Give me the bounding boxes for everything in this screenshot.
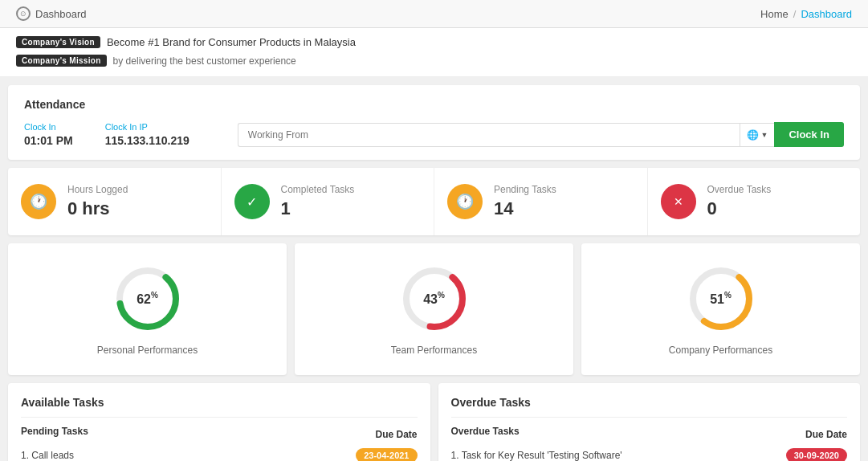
pending-label: Pending Tasks [494,184,556,195]
stat-hours-logged: 🕐 Hours Logged 0 hrs [8,168,222,235]
clock-in-label: Clock In [24,122,73,132]
working-from-input[interactable] [238,123,740,147]
pending-count: 14 [494,198,556,219]
working-from-section: 🌐 ▼ Clock In [238,122,844,147]
task-row: 1. Call leads 23-04-2021 [21,448,418,461]
stats-section: 🕐 Hours Logged 0 hrs ✓ Completed Tasks 1… [8,168,860,235]
task-row: 1. Task for Key Result 'Testing Software… [451,448,848,461]
clock-in-value: 01:01 PM [24,134,73,147]
due-date-label-available: Due Date [375,429,417,440]
personal-percent: 62% [137,291,158,306]
attendance-section: Attendance Clock In 01:01 PM Clock In IP… [8,85,860,160]
mission-badge: Company's Mission [16,55,107,67]
dashboard-icon: ⊙ [16,6,31,21]
clock-in-ip-value: 115.133.110.219 [105,134,189,147]
overdue-icon: ✕ [661,184,696,219]
breadcrumb-home[interactable]: Home [760,8,789,20]
overdue-tasks-title: Overdue Tasks [451,396,848,409]
overdue-label: Overdue Tasks [707,184,772,195]
pending-icon: 🕐 [447,184,483,219]
task-name: 1. Call leads [21,450,74,461]
hours-label: Hours Logged [67,184,128,195]
performance-section: 62% Personal Performances 43% Team Perfo… [8,243,860,375]
personal-donut: 62% [112,263,184,335]
hours-icon: 🕐 [21,184,56,219]
stat-overdue-tasks: ✕ Overdue Tasks 0 [648,168,861,235]
chevron-down-icon: ▼ [761,131,768,139]
breadcrumb-separator: / [793,8,797,20]
stat-completed-tasks: ✓ Completed Tasks 1 [222,168,435,235]
pending-tasks-subtitle: Pending Tasks [21,426,88,437]
breadcrumb: Home / Dashboard [760,8,852,20]
mission-text: by delivering the best customer experien… [113,55,296,67]
task-name: 1. Task for Key Result 'Testing Software… [451,450,622,461]
personal-label: Personal Performances [97,345,198,356]
overdue-tasks-card: Overdue Tasks Overdue Tasks Due Date 1. … [438,383,861,461]
company-donut: 51% [685,263,757,335]
vision-badge: Company's Vision [16,36,100,48]
overdue-tasks-subtitle: Overdue Tasks [451,426,520,437]
company-label: Company Performances [669,345,772,356]
working-from-dropdown[interactable]: 🌐 ▼ [740,123,775,147]
available-tasks-card: Available Tasks Pending Tasks Due Date 1… [8,383,430,461]
attendance-title: Attendance [24,98,844,111]
team-percent: 43% [423,291,445,306]
company-percent: 51% [710,291,731,306]
personal-performance-card: 62% Personal Performances [8,243,287,375]
completed-label: Completed Tasks [281,184,355,195]
team-performance-card: 43% Team Performances [295,243,573,375]
hours-count: 0 hrs [67,198,128,219]
page-title: Dashboard [35,8,87,20]
task-due-date: 30-09-2020 [786,448,847,461]
team-donut: 43% [398,263,471,335]
available-tasks-title: Available Tasks [21,396,418,409]
due-date-label-overdue: Due Date [805,429,847,440]
banner-section: Company's Vision Become #1 Brand for Con… [0,28,868,77]
clock-in-button[interactable]: Clock In [774,122,844,147]
team-label: Team Performances [391,345,477,356]
top-bar: ⊙ Dashboard Home / Dashboard [0,0,868,28]
available-tasks-header: Pending Tasks Due Date [21,426,418,443]
overdue-tasks-header: Overdue Tasks Due Date [451,426,848,443]
overdue-count: 0 [707,198,772,219]
clock-in-field: Clock In 01:01 PM [24,122,73,147]
page-title-area: ⊙ Dashboard [16,6,87,21]
clock-in-ip-label: Clock In IP [105,122,189,132]
completed-count: 1 [281,198,355,219]
completed-icon: ✓ [234,184,270,219]
clock-in-ip-field: Clock In IP 115.133.110.219 [105,122,189,147]
vision-text: Become #1 Brand for Consumer Products in… [107,36,356,48]
tasks-section: Available Tasks Pending Tasks Due Date 1… [8,383,860,461]
stat-pending-tasks: 🕐 Pending Tasks 14 [434,168,648,235]
globe-icon: 🌐 [747,129,759,141]
breadcrumb-current: Dashboard [801,8,852,20]
task-due-date: 23-04-2021 [356,448,417,461]
company-performance-card: 51% Company Performances [581,243,860,375]
